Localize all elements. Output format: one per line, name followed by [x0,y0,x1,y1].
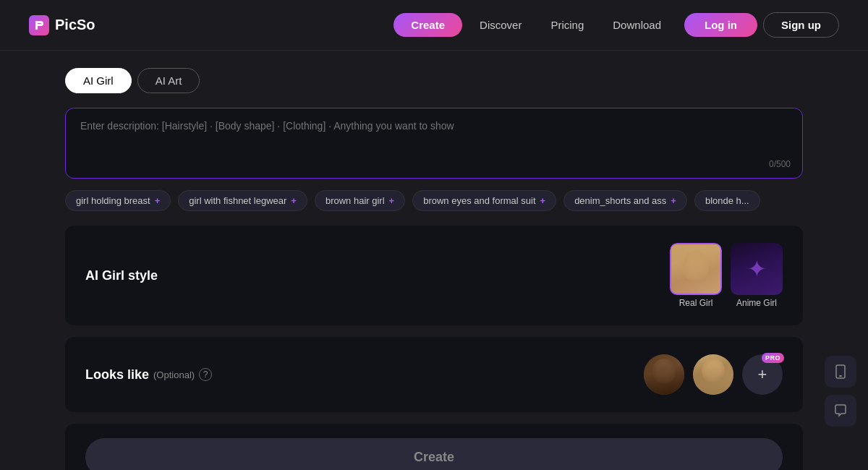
suggestion-plus-2: + [389,195,395,206]
suggestion-label-5: blonde h... [705,195,749,206]
description-input[interactable] [80,120,788,163]
tab-ai-girl[interactable]: AI Girl [65,68,132,93]
suggestion-pill-2[interactable]: brown hair girl + [315,190,405,211]
nav-create-button[interactable]: Create [393,13,462,37]
looks-like-title-group: Looks like (Optional) ? [85,367,212,383]
nav-download-link[interactable]: Download [601,13,673,37]
suggestion-label-1: girl with fishnet legwear [189,195,286,206]
style-option-anime-girl[interactable]: Anime Girl [731,243,783,308]
nav-login-button[interactable]: Log in [684,13,757,37]
real-girl-label: Real Girl [670,298,722,308]
pro-badge: PRO [762,353,784,363]
add-face-plus-icon: + [758,367,767,383]
header: PicSo Create Discover Pricing Download L… [0,0,868,51]
suggestion-plus-3: + [540,195,546,206]
suggestions-container: girl holding breast + girl with fishnet … [65,190,803,211]
style-option-real-girl[interactable]: Real Girl [670,243,722,308]
looks-like-optional: (Optional) [153,369,195,380]
looks-like-title: Looks like [85,367,149,383]
real-girl-thumbnail [670,243,722,295]
face-avatars-container: + PRO [644,354,783,395]
style-section: AI Girl style Real Girl Anime Girl [65,226,803,325]
description-wrapper: 0/500 [65,108,803,179]
suggestion-plus-1: + [291,195,297,206]
char-count: 0/500 [769,159,791,169]
style-section-title: AI Girl style [85,268,158,283]
app-side-icon[interactable] [825,356,856,388]
side-icons [825,356,856,427]
looks-like-section: Looks like (Optional) ? + PRO [65,337,803,412]
nav-pricing-link[interactable]: Pricing [539,13,595,37]
nav-discover-link[interactable]: Discover [468,13,533,37]
suggestion-plus-4: + [671,195,676,206]
help-icon[interactable]: ? [199,368,212,381]
chat-side-icon[interactable] [825,395,856,427]
tab-ai-art[interactable]: AI Art [137,68,200,93]
suggestion-label-0: girl holding breast [76,195,150,206]
suggestion-pill-1[interactable]: girl with fishnet legwear + [178,190,307,211]
logo-icon [29,15,49,35]
logo-text: PicSo [55,17,95,33]
nav: Create Discover Pricing Download Log in … [393,12,839,38]
face-avatar-1[interactable] [644,354,684,395]
logo: PicSo [29,15,95,35]
suggestion-pill-0[interactable]: girl holding breast + [65,190,171,211]
suggestion-label-4: denim_shorts and ass [574,195,666,206]
nav-signup-button[interactable]: Sign up [763,12,839,38]
looks-like-header: Looks like (Optional) ? + PRO [85,354,783,395]
main-content: AI Girl AI Art 0/500 girl holding breast… [0,51,868,470]
suggestion-pill-4[interactable]: denim_shorts and ass + [563,190,687,211]
create-button[interactable]: Create [85,438,783,470]
svg-rect-1 [839,375,842,377]
add-face-button[interactable]: + PRO [742,354,783,395]
face-avatar-2[interactable] [693,354,733,395]
style-options: Real Girl Anime Girl [670,243,783,308]
suggestion-plus-0: + [155,195,161,206]
suggestion-label-2: brown hair girl [326,195,385,206]
suggestion-pill-3[interactable]: brown eyes and formal suit + [412,190,556,211]
tabs-container: AI Girl AI Art [65,68,803,93]
anime-girl-thumbnail [731,243,783,295]
anime-girl-label: Anime Girl [731,298,783,308]
suggestion-label-3: brown eyes and formal suit [423,195,535,206]
create-button-wrapper: Create [65,424,803,470]
style-section-header: AI Girl style Real Girl Anime Girl [85,243,783,308]
suggestion-pill-5[interactable]: blonde h... [694,190,760,211]
